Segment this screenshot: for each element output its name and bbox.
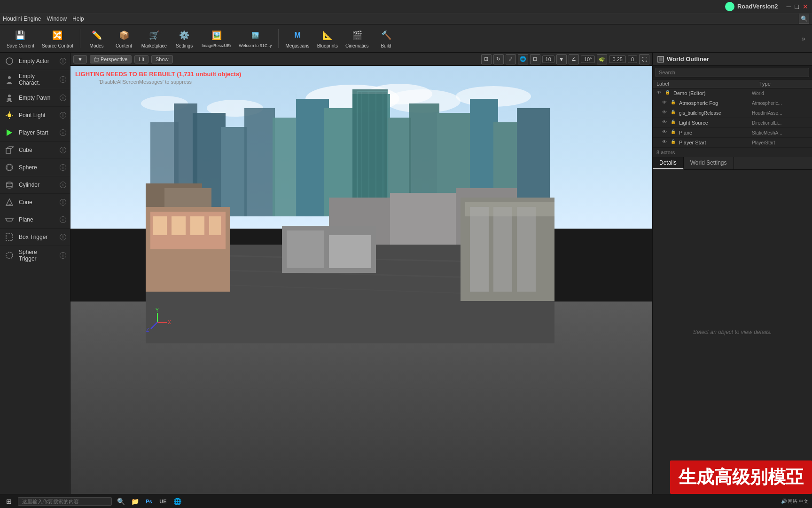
welcome-btn[interactable]: 🏙️ Welcom to 91City <box>236 26 274 51</box>
cylinder-info[interactable]: i <box>60 182 66 188</box>
svg-point-15 <box>6 164 13 171</box>
rotate-btn[interactable]: ↻ <box>493 54 504 64</box>
eye-icon[interactable]: 👁 <box>662 110 669 116</box>
actor-empty-actor[interactable]: Empty Actor i <box>0 53 70 70</box>
eye-icon[interactable]: 👁 <box>662 139 669 146</box>
details-tab[interactable]: Details <box>653 157 684 169</box>
task-chrome-icon[interactable]: 🌐 <box>172 496 182 507</box>
translate-btn[interactable]: ⊞ <box>481 54 492 64</box>
eye-icon[interactable]: 👁 <box>662 119 669 126</box>
svg-point-6 <box>8 113 11 117</box>
viewport[interactable]: X Y Z LIGHTING NEEDS TO BE REBUILT (1,73… <box>70 66 652 494</box>
modes-btn[interactable]: ✏️ Modes <box>84 26 109 51</box>
search-btn[interactable]: 🔍 <box>799 14 809 24</box>
viewport-dropdown-btn[interactable]: ▼ <box>73 55 87 64</box>
content-icon: 📦 <box>117 29 131 42</box>
lock-icon[interactable]: 🔒 <box>671 100 677 106</box>
world-settings-tab[interactable]: World Settings <box>684 157 734 169</box>
world-space-btn[interactable]: 🌐 <box>518 54 528 64</box>
lock-icon[interactable]: 🔒 <box>671 129 677 136</box>
content-btn[interactable]: 📦 Content <box>111 26 137 51</box>
image-resize-icon: 🖼️ <box>210 29 223 42</box>
outliner-item-plane[interactable]: 👁 🔒 Plane StaticMeshA... <box>653 128 812 138</box>
task-ue4-icon[interactable]: UE <box>158 496 168 507</box>
close-btn[interactable]: ✕ <box>803 3 808 10</box>
svg-rect-87 <box>659 57 663 61</box>
image-resize-btn[interactable]: 🖼️ ImageResizUEr <box>199 26 234 51</box>
outliner-columns: Label Type <box>653 79 812 88</box>
maximize-btn[interactable]: □ <box>795 3 799 10</box>
point-light-info[interactable]: i <box>60 112 66 119</box>
settings-btn[interactable]: ⚙️ Settings <box>172 26 197 51</box>
actor-cone[interactable]: Cone i <box>0 194 70 211</box>
fullscreen-btn[interactable]: ⛶ <box>639 54 649 64</box>
actor-plane[interactable]: Plane i <box>0 211 70 229</box>
actor-player-start[interactable]: Player Start i <box>0 124 70 142</box>
actor-point-light[interactable]: Point Light i <box>0 107 70 124</box>
eye-icon[interactable]: 👁 <box>656 90 663 96</box>
details-tabs: Details World Settings <box>653 157 812 170</box>
actor-empty-character[interactable]: Empty Charact. i <box>0 70 70 89</box>
sphere-trigger-icon <box>4 250 15 261</box>
menu-houdini-engine[interactable]: Houdini Engine <box>3 16 41 22</box>
lock-icon[interactable]: 🔒 <box>665 90 671 96</box>
marketplace-btn[interactable]: 🛒 Marketplace <box>139 26 170 51</box>
eye-icon[interactable]: 👁 <box>662 129 669 136</box>
outliner-item-demo[interactable]: 👁 🔒 Demo (Editor) World <box>653 88 812 98</box>
build-btn[interactable]: 🔨 Build <box>374 26 399 51</box>
cinematics-btn[interactable]: 🎬 Cinematics <box>343 26 371 51</box>
actor-sphere-trigger[interactable]: Sphere Trigger i <box>0 246 70 265</box>
toolbar-expand-btn[interactable]: » <box>799 26 808 51</box>
plane-info[interactable]: i <box>60 216 66 223</box>
sphere-trigger-info[interactable]: i <box>60 252 66 259</box>
svg-rect-24 <box>6 234 13 240</box>
windows-start-icon[interactable]: ⊞ <box>4 496 14 507</box>
svg-rect-4 <box>7 101 8 102</box>
empty-pawn-info[interactable]: i <box>60 95 66 101</box>
scale-btn[interactable]: ⤢ <box>506 54 516 64</box>
svg-rect-69 <box>172 216 186 235</box>
menu-help[interactable]: Help <box>72 16 84 22</box>
sphere-info[interactable]: i <box>60 164 66 171</box>
perspective-btn[interactable]: Perspective <box>90 55 132 64</box>
taskbar: ⊞ 🔍 📁 Ps UE 🌐 🔊 网络 中文 <box>0 494 812 508</box>
cube-info[interactable]: i <box>60 147 66 153</box>
outliner-search-input[interactable] <box>656 68 809 77</box>
outliner-item-light-source[interactable]: 👁 🔒 Light Source DirectionalLi... <box>653 118 812 128</box>
lit-btn[interactable]: Lit <box>134 55 148 64</box>
actor-cube[interactable]: Cube i <box>0 142 70 159</box>
source-control-btn[interactable]: 🔀 Source Control <box>39 26 76 51</box>
lock-icon[interactable]: 🔒 <box>671 139 677 146</box>
menu-window[interactable]: Window <box>47 16 67 22</box>
actor-sphere[interactable]: Sphere i <box>0 159 70 176</box>
task-search-icon[interactable]: 🔍 <box>116 496 126 507</box>
task-browser-icon[interactable]: 📁 <box>130 496 140 507</box>
show-btn[interactable]: Show <box>151 55 173 64</box>
taskbar-search-input[interactable] <box>18 497 112 506</box>
megascans-btn[interactable]: M Megascans <box>282 26 312 51</box>
lock-icon[interactable]: 🔒 <box>671 110 677 116</box>
task-ps-icon[interactable]: Ps <box>144 496 154 507</box>
actor-empty-pawn[interactable]: Empty Pawn i <box>0 89 70 107</box>
actor-box-trigger[interactable]: Box Trigger i <box>0 229 70 246</box>
surface-snapping-btn[interactable]: ⊡ <box>530 54 540 64</box>
outliner-item-player-start[interactable]: 👁 🔒 Player Start PlayerStart <box>653 138 812 148</box>
outliner-item-gis-building[interactable]: 👁 🔒 gis_buildingRelease HoudiniAsse... <box>653 108 812 118</box>
empty-character-info[interactable]: i <box>60 76 66 83</box>
snap-down-btn[interactable]: ▼ <box>556 54 567 64</box>
outliner-item-fog[interactable]: 👁 🔒 Atmospheric Fog Atmospheric... <box>653 98 812 108</box>
minimize-btn[interactable]: ─ <box>787 3 791 10</box>
box-trigger-info[interactable]: i <box>60 234 66 240</box>
empty-actor-info[interactable]: i <box>60 58 66 64</box>
player-start-info[interactable]: i <box>60 129 66 136</box>
save-current-btn[interactable]: 💾 Save Current <box>4 26 37 51</box>
city-scene: X Y Z <box>70 66 652 494</box>
eye-icon[interactable]: 👁 <box>662 100 669 106</box>
camera-speed: 0.25 <box>609 56 625 63</box>
empty-pawn-icon <box>4 92 15 103</box>
lock-icon[interactable]: 🔒 <box>671 119 677 126</box>
actor-cylinder[interactable]: Cylinder i <box>0 176 70 194</box>
blueprints-btn[interactable]: 📐 Blueprints <box>314 26 341 51</box>
cone-info[interactable]: i <box>60 199 66 206</box>
world-outliner-header: World Outliner <box>653 53 812 66</box>
